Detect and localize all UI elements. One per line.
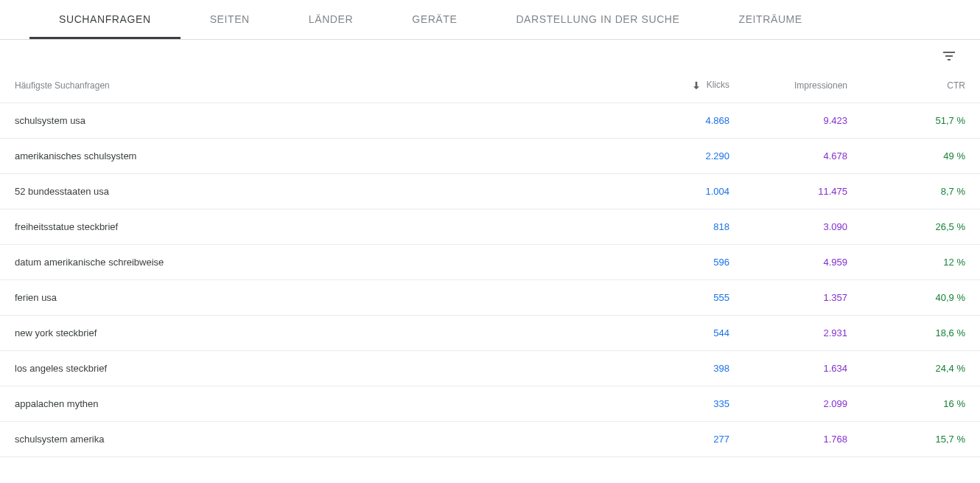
table-row[interactable]: los angeles steckbrief3981.63424,4 % — [0, 351, 980, 386]
cell-impressions: 1.768 — [729, 434, 847, 445]
table-row[interactable]: new york steckbrief5442.93118,6 % — [0, 316, 980, 351]
cell-clicks: 1.004 — [612, 186, 729, 197]
cell-impressions: 4.678 — [729, 150, 847, 161]
table-row[interactable]: freiheitsstatue steckbrief8183.09026,5 % — [0, 209, 980, 245]
cell-query: ferien usa — [15, 292, 612, 303]
header-query[interactable]: Häufigste Suchanfragen — [15, 80, 612, 91]
table-body: schulsystem usa4.8689.42351,7 %amerikani… — [0, 103, 980, 457]
cell-clicks: 335 — [612, 398, 729, 409]
cell-ctr: 15,7 % — [847, 434, 965, 445]
table-row[interactable]: appalachen mythen3352.09916 % — [0, 386, 980, 422]
cell-clicks: 555 — [612, 292, 729, 303]
filter-row — [0, 40, 980, 68]
tab-dates[interactable]: ZEITRÄUME — [710, 0, 832, 39]
cell-ctr: 40,9 % — [847, 292, 965, 303]
cell-ctr: 26,5 % — [847, 221, 965, 232]
svg-rect-1 — [945, 55, 953, 57]
tabs-bar: SUCHANFRAGEN SEITEN LÄNDER GERÄTE DARSTE… — [0, 0, 980, 40]
sort-desc-icon — [690, 80, 702, 91]
cell-query: schulsystem usa — [15, 115, 612, 126]
cell-clicks: 596 — [612, 257, 729, 268]
header-impressions[interactable]: Impressionen — [729, 80, 847, 91]
cell-clicks: 818 — [612, 221, 729, 232]
tab-queries[interactable]: SUCHANFRAGEN — [29, 0, 181, 39]
table-row[interactable]: schulsystem amerika2771.76815,7 % — [0, 422, 980, 457]
cell-ctr: 16 % — [847, 398, 965, 409]
cell-impressions: 11.475 — [729, 186, 847, 197]
table-row[interactable]: 52 bundesstaaten usa1.00411.4758,7 % — [0, 174, 980, 209]
header-ctr[interactable]: CTR — [847, 80, 965, 91]
svg-rect-0 — [943, 52, 955, 53]
cell-impressions: 1.357 — [729, 292, 847, 303]
tab-countries[interactable]: LÄNDER — [279, 0, 382, 39]
cell-ctr: 18,6 % — [847, 327, 965, 338]
cell-query: appalachen mythen — [15, 398, 612, 409]
cell-impressions: 1.634 — [729, 363, 847, 374]
table-row[interactable]: ferien usa5551.35740,9 % — [0, 280, 980, 316]
table-row[interactable]: datum amerikanische schreibweise5964.959… — [0, 245, 980, 280]
cell-impressions: 3.090 — [729, 221, 847, 232]
table-row[interactable]: amerikanisches schulsystem2.2904.67849 % — [0, 139, 980, 174]
cell-impressions: 9.423 — [729, 115, 847, 126]
cell-ctr: 51,7 % — [847, 115, 965, 126]
cell-ctr: 8,7 % — [847, 186, 965, 197]
tab-search-appearance[interactable]: DARSTELLUNG IN DER SUCHE — [486, 0, 709, 39]
cell-clicks: 544 — [612, 327, 729, 338]
table-row[interactable]: schulsystem usa4.8689.42351,7 % — [0, 103, 980, 139]
cell-query: datum amerikanische schreibweise — [15, 257, 612, 268]
filter-icon[interactable] — [940, 47, 958, 65]
cell-query: 52 bundesstaaten usa — [15, 186, 612, 197]
cell-impressions: 2.099 — [729, 398, 847, 409]
cell-ctr: 49 % — [847, 150, 965, 161]
cell-clicks: 277 — [612, 434, 729, 445]
header-clicks-label: Klicks — [707, 80, 729, 90]
cell-clicks: 4.868 — [612, 115, 729, 126]
table-header: Häufigste Suchanfragen Klicks Impression… — [0, 68, 980, 103]
cell-query: los angeles steckbrief — [15, 363, 612, 374]
cell-impressions: 2.931 — [729, 327, 847, 338]
svg-rect-2 — [948, 59, 951, 60]
cell-impressions: 4.959 — [729, 257, 847, 268]
cell-query: schulsystem amerika — [15, 434, 612, 445]
header-clicks[interactable]: Klicks — [612, 80, 729, 91]
tab-pages[interactable]: SEITEN — [181, 0, 279, 39]
tab-devices[interactable]: GERÄTE — [382, 0, 486, 39]
cell-query: freiheitsstatue steckbrief — [15, 221, 612, 232]
cell-query: amerikanisches schulsystem — [15, 150, 612, 161]
cell-clicks: 398 — [612, 363, 729, 374]
cell-ctr: 12 % — [847, 257, 965, 268]
cell-query: new york steckbrief — [15, 327, 612, 338]
cell-clicks: 2.290 — [612, 150, 729, 161]
cell-ctr: 24,4 % — [847, 363, 965, 374]
